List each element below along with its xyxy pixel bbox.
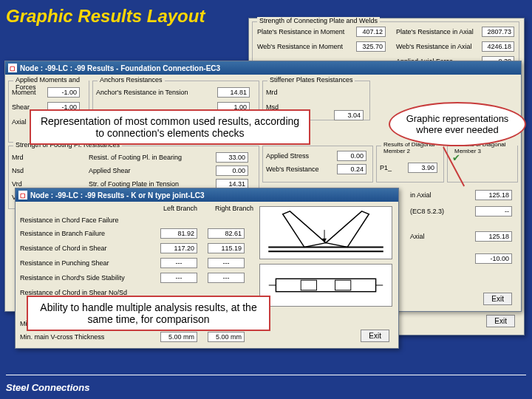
label: Resistance of Chord in Shear <box>20 245 107 252</box>
label: Min. main V-cross Thickness <box>20 333 104 341</box>
label: Web's Resistance <box>266 166 319 173</box>
check-icon: ✔ <box>452 152 460 163</box>
exit-button[interactable]: Exit <box>483 293 512 305</box>
group-title-plate-welds: Strength of Connecting Plate and Welds <box>257 17 380 24</box>
value: 81.92 <box>160 228 197 239</box>
label: Plate's Resistance in Axial <box>396 28 474 35</box>
titlebar-kn-joint[interactable]: ▢ Node : -99-LC : -99 Results - K or N t… <box>16 188 398 202</box>
value: --- <box>160 258 197 268</box>
callout-representation: Representation of most common used resul… <box>30 109 310 145</box>
label: Resistance in Chord Face Failure <box>20 216 119 224</box>
value: --- <box>208 273 245 283</box>
diagram-k-brace <box>259 206 392 259</box>
label: Mrd <box>12 154 24 161</box>
value: 2807.73 <box>482 27 514 37</box>
exit-button[interactable]: Exit <box>486 315 515 327</box>
value: -- <box>475 206 512 216</box>
value: 117.20 <box>160 243 197 253</box>
value: 4246.18 <box>482 41 514 52</box>
label: Vrd <box>12 180 22 188</box>
svg-marker-2 <box>283 211 326 248</box>
label: Resistance in Branch Failure <box>20 230 105 237</box>
slide-title: Graphic Results Layout <box>6 6 205 27</box>
diagram-chord <box>259 264 392 307</box>
label: Mrd <box>266 89 278 96</box>
label: Shear <box>12 103 30 111</box>
value: 33.00 <box>216 152 248 163</box>
value: 0.00 <box>337 151 366 161</box>
value: 0.24 <box>337 164 366 174</box>
titlebar-text: Node : -99-LC : -99 Results - Foundation… <box>20 64 220 72</box>
svg-rect-8 <box>335 280 351 290</box>
group-title: Anchors Resistances <box>98 76 165 83</box>
value: 5.00 mm <box>160 332 197 342</box>
label: Str. of Footing Plate in Tension <box>89 180 179 188</box>
label: Applied Stress <box>266 152 309 160</box>
value: --- <box>208 258 245 268</box>
value: 125.18 <box>475 190 512 200</box>
label: Nsd <box>12 167 24 174</box>
value: 3.04 <box>334 110 364 120</box>
group-title: Stiffener Plates Resistances <box>267 76 355 83</box>
value: 325.70 <box>356 41 386 52</box>
footer-text: Steel Connections <box>6 382 89 393</box>
value: 125.18 <box>475 231 512 242</box>
exit-button[interactable]: Exit <box>361 330 389 342</box>
value: --- <box>160 273 197 283</box>
label: in Axial <box>410 191 432 199</box>
label: Applied Shear <box>89 167 131 174</box>
value: -10.00 <box>475 253 512 264</box>
svg-rect-7 <box>301 280 316 290</box>
label: (EC8 5.2.3) <box>410 208 444 215</box>
label: Web's Resistance in Axial <box>396 43 472 50</box>
value: 14.81 <box>217 87 250 98</box>
svg-rect-6 <box>276 279 375 291</box>
label: Resistance in Chord's Side Stability <box>20 274 125 282</box>
app-icon: ▢ <box>8 64 17 72</box>
column-header: Left Branch <box>163 205 197 212</box>
value: 5.00 mm <box>208 332 245 342</box>
callout-text: Ability to handle multiple analysis resu… <box>40 301 256 325</box>
svg-marker-3 <box>326 211 369 248</box>
value: 3.90 <box>408 163 437 173</box>
callout-multi: Ability to handle multiple analysis resu… <box>27 296 270 331</box>
label: P1_ <box>380 164 392 171</box>
app-icon: ▢ <box>18 191 27 200</box>
value: 115.19 <box>208 243 245 253</box>
titlebar-text: Node : -99-LC : -99 Results - K or N typ… <box>30 191 205 200</box>
callout-graphic: Graphic representations where ever neede… <box>389 102 526 146</box>
label: Axial <box>410 233 425 240</box>
label: Resist. of Footing Pl. in Bearing <box>89 154 182 161</box>
value: 407.12 <box>356 27 386 37</box>
label: Plate's Resistance in Moment <box>257 28 344 35</box>
label: Resistance in Punching Shear <box>20 259 109 267</box>
label: Axial <box>12 118 27 126</box>
label: Anchor's Resistance in Tension <box>96 89 188 96</box>
value: 82.61 <box>208 228 245 239</box>
value: 0.00 <box>216 166 248 176</box>
label: Web's Resistance in Moment <box>257 43 343 50</box>
titlebar-foundation[interactable]: ▢ Node : -99-LC : -99 Results - Foundati… <box>5 61 521 75</box>
label: Moment <box>12 89 36 96</box>
column-header: Right Branch <box>215 205 253 212</box>
callout-text: Graphic representations where ever neede… <box>398 113 517 135</box>
value: -1.00 <box>47 87 80 98</box>
footer-divider <box>6 375 526 375</box>
callout-text: Representation of most common used resul… <box>41 115 299 139</box>
